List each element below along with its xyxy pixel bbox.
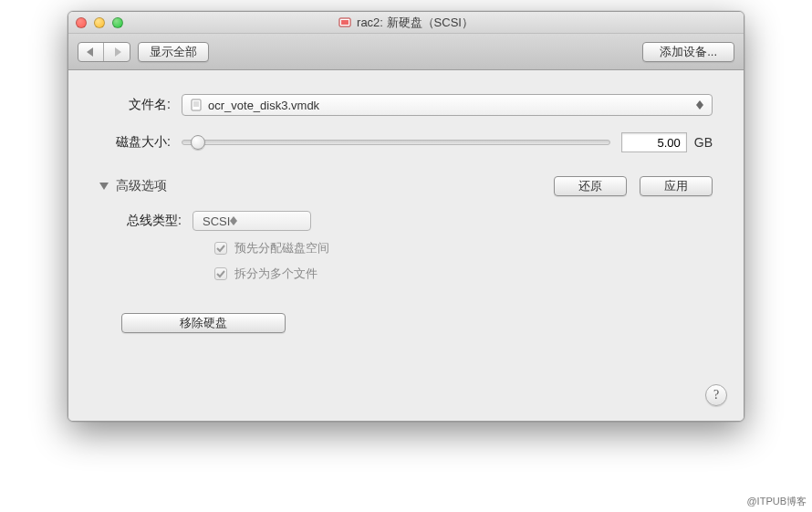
svg-rect-1 bbox=[341, 20, 349, 25]
svg-rect-0 bbox=[339, 18, 350, 26]
disk-size-input[interactable] bbox=[621, 132, 687, 152]
split-checkbox[interactable] bbox=[214, 267, 227, 280]
show-all-button[interactable]: 显示全部 bbox=[138, 42, 209, 62]
filename-value: ocr_vote_disk3.vmdk bbox=[208, 99, 319, 112]
preallocate-checkbox[interactable] bbox=[214, 242, 227, 255]
add-device-label: 添加设备... bbox=[660, 44, 717, 60]
svg-rect-4 bbox=[192, 99, 201, 110]
svg-marker-2 bbox=[87, 47, 93, 57]
content-area: 文件名: ocr_vote_disk3.vmdk bbox=[68, 70, 744, 421]
disk-size-slider[interactable] bbox=[182, 140, 610, 145]
window-title: rac2: 新硬盘（SCSI） bbox=[357, 15, 474, 31]
disk-size-row: 磁盘大小: GB bbox=[99, 132, 713, 152]
bus-type-select[interactable]: SCSI bbox=[193, 211, 311, 231]
toolbar: 显示全部 添加设备... bbox=[68, 34, 744, 70]
disk-size-unit: GB bbox=[694, 135, 713, 150]
nav-segment bbox=[78, 42, 130, 62]
remove-disk-button[interactable]: 移除硬盘 bbox=[121, 313, 286, 333]
advanced-title: 高级选项 bbox=[116, 178, 167, 194]
zoom-window-button[interactable] bbox=[112, 17, 123, 28]
apply-button[interactable]: 应用 bbox=[640, 176, 713, 196]
filename-row: 文件名: ocr_vote_disk3.vmdk bbox=[99, 94, 713, 116]
slider-thumb[interactable] bbox=[191, 135, 205, 150]
updown-icon bbox=[693, 97, 706, 113]
restore-button[interactable]: 还原 bbox=[554, 176, 627, 196]
back-button[interactable] bbox=[78, 43, 104, 61]
minimize-window-button[interactable] bbox=[94, 17, 105, 28]
advanced-body: 总线类型: SCSI 预先分配磁盘空间 拆 bbox=[99, 211, 713, 282]
split-row: 拆分为多个文件 bbox=[214, 266, 713, 282]
bus-type-label: 总线类型: bbox=[121, 213, 193, 229]
vm-icon bbox=[338, 16, 351, 29]
advanced-header: 高级选项 还原 应用 bbox=[99, 176, 713, 196]
svg-marker-10 bbox=[230, 216, 237, 221]
filename-label: 文件名: bbox=[99, 97, 182, 113]
help-button[interactable]: ? bbox=[705, 384, 727, 406]
remove-disk-label: 移除硬盘 bbox=[180, 315, 227, 331]
svg-marker-9 bbox=[696, 105, 703, 110]
disk-size-label: 磁盘大小: bbox=[99, 134, 182, 151]
forward-button[interactable] bbox=[104, 43, 130, 61]
restore-label: 还原 bbox=[578, 178, 602, 194]
preallocate-row: 预先分配磁盘空间 bbox=[214, 240, 713, 256]
svg-marker-11 bbox=[230, 221, 237, 225]
show-all-label: 显示全部 bbox=[150, 44, 197, 60]
bus-type-value: SCSI bbox=[203, 214, 230, 228]
filename-dropdown[interactable]: ocr_vote_disk3.vmdk bbox=[182, 94, 713, 116]
close-window-button[interactable] bbox=[76, 17, 87, 28]
watermark: @ITPUB博客 bbox=[746, 495, 807, 508]
add-device-button[interactable]: 添加设备... bbox=[642, 42, 734, 62]
help-label: ? bbox=[713, 388, 719, 402]
svg-marker-3 bbox=[115, 47, 121, 57]
remove-row: 移除硬盘 bbox=[99, 313, 713, 333]
preallocate-label: 预先分配磁盘空间 bbox=[234, 240, 329, 256]
split-label: 拆分为多个文件 bbox=[234, 266, 318, 282]
updown-icon bbox=[230, 216, 237, 225]
disclosure-triangle-icon[interactable] bbox=[99, 183, 109, 190]
file-icon bbox=[190, 99, 203, 111]
window-controls bbox=[76, 17, 123, 28]
settings-window: rac2: 新硬盘（SCSI） 显示全部 添加设备... 文件名: bbox=[68, 11, 744, 422]
apply-label: 应用 bbox=[664, 178, 688, 194]
titlebar: rac2: 新硬盘（SCSI） bbox=[68, 12, 744, 34]
